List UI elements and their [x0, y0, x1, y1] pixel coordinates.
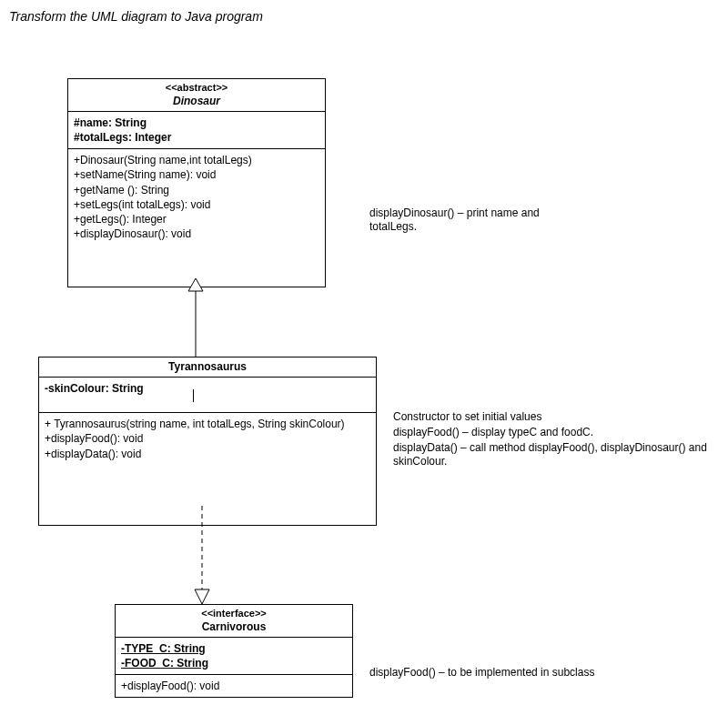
class-name: Tyrannosaurus — [45, 360, 370, 374]
stereotype-label: <<abstract>> — [74, 82, 319, 95]
class-tyranno-ops: + Tyrannosaurus(string name, int totalLe… — [39, 413, 376, 525]
op-row: +setLegs(int totalLegs): void — [74, 197, 319, 212]
class-tyranno-header: Tyrannosaurus — [39, 357, 376, 378]
op-row: +displayData(): void — [45, 447, 370, 461]
page-title: Transform the UML diagram to Java progra… — [9, 9, 719, 24]
class-dinosaur-ops: +Dinosaur(String name,int totalLegs) +se… — [68, 149, 325, 287]
text-cursor-icon — [193, 389, 195, 402]
interface-ops: +displayFood(): void — [116, 675, 352, 697]
class-dinosaur-header: <<abstract>> Dinosaur — [68, 79, 325, 112]
note-tyranno-constructor: Constructor to set initial values — [393, 410, 541, 424]
attr-row: -FOOD_C: String — [121, 656, 347, 670]
interface-carnivorous: <<interface>> Carnivorous -TYPE_C: Strin… — [115, 604, 353, 698]
op-row: +setName(String name): void — [74, 167, 319, 182]
stereotype-label: <<interface>> — [121, 608, 347, 620]
attr-row: -TYPE_C: String — [121, 641, 347, 656]
class-dinosaur: <<abstract>> Dinosaur #name: String #tot… — [67, 78, 326, 287]
attr-row: #name: String — [74, 116, 319, 130]
op-row: +displayFood(): void — [45, 431, 370, 446]
generalization-arrow — [187, 278, 205, 357]
class-tyrannosaurus: Tyrannosaurus -skinColour: String + Tyra… — [38, 357, 377, 526]
class-name: Dinosaur — [74, 95, 319, 108]
op-row: +displayDinosaur(): void — [74, 227, 319, 241]
note-tyranno-displayfood: displayFood() – display typeC and foodC. — [393, 426, 593, 439]
op-row: + Tyrannosaurus(string name, int totalLe… — [45, 417, 370, 431]
class-tyranno-attrs: -skinColour: String — [39, 378, 376, 413]
op-row: +getLegs(): Integer — [74, 212, 319, 227]
class-dinosaur-attrs: #name: String #totalLegs: Integer — [68, 112, 325, 149]
diagram-canvas: <<abstract>> Dinosaur #name: String #tot… — [9, 60, 719, 715]
note-tyranno-displaydata: displayData() – call method displayFood(… — [393, 441, 728, 468]
op-row: +displayFood(): void — [121, 679, 347, 693]
svg-marker-3 — [195, 589, 209, 604]
interface-attrs: -TYPE_C: String -FOOD_C: String — [116, 638, 352, 675]
class-name: Carnivorous — [121, 620, 347, 634]
attr-row: -skinColour: String — [45, 381, 370, 396]
op-row: +Dinosaur(String name,int totalLegs) — [74, 153, 319, 167]
interface-header: <<interface>> Carnivorous — [116, 605, 352, 638]
note-dinosaur: displayDinosaur() – print name and total… — [369, 206, 561, 234]
attr-row: #totalLegs: Integer — [74, 130, 319, 145]
note-carnivorous: displayFood() – to be implemented in sub… — [369, 666, 594, 680]
op-row: +getName (): String — [74, 183, 319, 197]
